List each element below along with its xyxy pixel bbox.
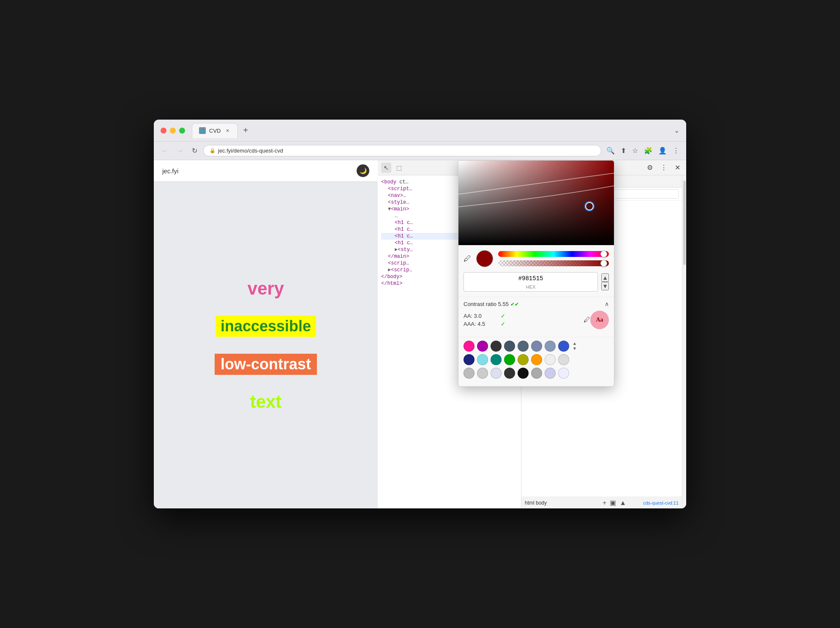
up-btn[interactable]: ▲ [619, 499, 626, 507]
devtools-scrollbar[interactable] [682, 175, 686, 508]
tab-title: CVD [209, 128, 221, 134]
cp-swatch-black2[interactable] [518, 368, 529, 379]
cp-swatch-orange[interactable] [531, 354, 542, 365]
back-button[interactable]: ← [159, 145, 171, 156]
cp-swatch-pink[interactable] [464, 341, 475, 352]
word-inaccessible: inaccessible [215, 316, 316, 337]
cp-aaa-check: ✓ [501, 321, 505, 327]
address-actions: 🔍 ⬆ ☆ 🧩 👤 ⋮ [605, 145, 681, 156]
cp-hue-slider[interactable] [498, 251, 609, 257]
devtools-panel: ↖ ⬚ ⚙ ⋮ ✕ [378, 160, 686, 508]
page-content: jec.fyi 🌙 very inaccessible low-contrast… [154, 160, 378, 508]
forward-button[interactable]: → [174, 145, 186, 156]
breadcrumb: html body [525, 500, 547, 506]
cp-swatch-teal[interactable] [491, 354, 502, 365]
cp-swatch-dark2[interactable] [504, 341, 515, 352]
cp-swatch-gray1[interactable] [464, 368, 475, 379]
cp-contrast-checks: ✔✔ [510, 301, 519, 307]
cp-swatch-gray2[interactable] [477, 368, 488, 379]
cp-wcag-rows-wrap: AA: 3.0 ✓ AAA: 4.5 ✓ 🖊 Aa [464, 311, 609, 333]
cp-colors-row-1: ▲ ▼ [464, 341, 609, 352]
reload-button[interactable]: ↻ [189, 145, 200, 156]
cp-swatches-down[interactable]: ▼ [573, 347, 577, 351]
cp-contrast-toggle[interactable]: ∧ [605, 300, 609, 307]
color-picker-cursor[interactable] [585, 202, 594, 210]
devtools-settings-btn[interactable]: ⚙ [644, 162, 655, 173]
new-tab-button[interactable]: + [238, 124, 253, 137]
url-text: jec.fyi/demo/cds-quest-cvd [218, 147, 283, 154]
page-header: jec.fyi 🌙 [154, 160, 378, 182]
cp-sliders [498, 251, 609, 266]
more-icon-btn[interactable]: ⋮ [671, 145, 681, 156]
tab-close-button[interactable]: ✕ [224, 127, 231, 134]
page-main: very inaccessible low-contrast text [154, 182, 378, 508]
word-lowcontrast: low-contrast [215, 354, 317, 375]
cp-hex-input[interactable] [464, 273, 597, 284]
cp-swatch-lightgray1[interactable] [545, 354, 556, 365]
cp-swatch-navy[interactable] [464, 354, 475, 365]
cp-swatch-lightgray2[interactable] [558, 354, 569, 365]
cp-swatch-black1[interactable] [504, 368, 515, 379]
cp-swatch-lavender[interactable] [545, 368, 556, 379]
devtools-cursor-btn[interactable]: ↖ [381, 163, 391, 173]
dark-mode-button[interactable]: 🌙 [357, 164, 369, 177]
cp-swatch-blue[interactable] [558, 341, 569, 352]
inspect-style-btn[interactable]: ▣ [610, 499, 616, 507]
styles-bottom-bar: html body + ▣ ▲ cds-quest-cvd:11 [521, 497, 682, 508]
devtools-close-btn[interactable]: ✕ [672, 162, 683, 173]
source-ref: cds-quest-cvd:11 [630, 500, 679, 505]
site-name: jec.fyi [162, 167, 178, 175]
close-window-button[interactable] [161, 128, 166, 134]
cp-aa-preview: Aa [590, 311, 609, 329]
cp-hex-up[interactable]: ▲ [601, 273, 609, 282]
tab-expand-icon: ⌄ [674, 126, 679, 134]
browser-tab-cvd[interactable]: 🌐 CVD ✕ [192, 123, 238, 138]
scrollbar-thumb[interactable] [683, 180, 686, 265]
browser-content: jec.fyi 🌙 very inaccessible low-contrast… [154, 160, 686, 508]
cp-hex-down[interactable]: ▼ [601, 282, 609, 290]
minimize-window-button[interactable] [170, 128, 176, 134]
cp-swatch-gray3[interactable] [491, 368, 502, 379]
cp-swatch-dark4[interactable] [531, 341, 542, 352]
cp-aaa-label: AAA: 4.5 [464, 321, 497, 327]
cp-swatch-green[interactable] [504, 354, 515, 365]
cp-swatch-dark3[interactable] [518, 341, 529, 352]
cp-swatches-up[interactable]: ▲ [573, 341, 577, 346]
cp-swatch-palelav[interactable] [558, 368, 569, 379]
tab-favicon: 🌐 [199, 127, 206, 134]
cp-eyedropper-btn[interactable]: 🖊 [464, 254, 471, 263]
cp-opacity-slider[interactable] [498, 260, 609, 266]
search-icon-btn[interactable]: 🔍 [605, 145, 616, 156]
devtools-layout-btn[interactable]: ⬚ [394, 163, 404, 173]
bookmark-icon-btn[interactable]: ☆ [630, 145, 640, 156]
cp-swatch-dark5[interactable] [545, 341, 556, 352]
cp-colors-grid: ▲ ▼ [458, 337, 614, 386]
extension-icon-btn[interactable]: 🧩 [642, 145, 654, 156]
address-input-container[interactable]: 🔒 jec.fyi/demo/cds-quest-cvd [203, 145, 601, 156]
cp-swatch-dark1[interactable] [491, 341, 502, 352]
cp-swatch-olive[interactable] [518, 354, 529, 365]
cp-contrast-eyedropper[interactable]: 🖊 [584, 316, 590, 324]
cp-colors-row-3 [464, 368, 609, 379]
cp-hex-area: HEX ▲ ▼ [458, 272, 614, 297]
cp-color-preview-circle [476, 250, 493, 267]
cp-swatch-midgray[interactable] [531, 368, 542, 379]
word-very: very [248, 279, 284, 299]
cp-wcag-aa-row: AA: 3.0 ✓ [464, 312, 584, 320]
lock-icon: 🔒 [210, 148, 215, 153]
color-gradient-area[interactable] [458, 161, 614, 245]
opacity-thumb[interactable] [600, 260, 607, 267]
profile-icon-btn[interactable]: 👤 [657, 145, 668, 156]
devtools-more-btn[interactable]: ⋮ [658, 162, 670, 173]
cp-colors-row-2 [464, 354, 609, 365]
share-icon-btn[interactable]: ⬆ [619, 145, 628, 156]
traffic-lights [161, 128, 185, 134]
hue-thumb[interactable] [600, 251, 607, 257]
cp-swatch-lightblue[interactable] [477, 354, 488, 365]
cp-swatches-scroll: ▲ ▼ [573, 341, 577, 351]
maximize-window-button[interactable] [179, 128, 185, 134]
cp-wcag-rows: AA: 3.0 ✓ AAA: 4.5 ✓ [464, 312, 584, 328]
new-style-rule-btn[interactable]: + [603, 499, 606, 507]
cp-contrast-section: Contrast ratio 5.55 ✔✔ ∧ AA: 3.0 ✓ AAA: … [458, 297, 614, 337]
cp-swatch-purple[interactable] [477, 341, 488, 352]
